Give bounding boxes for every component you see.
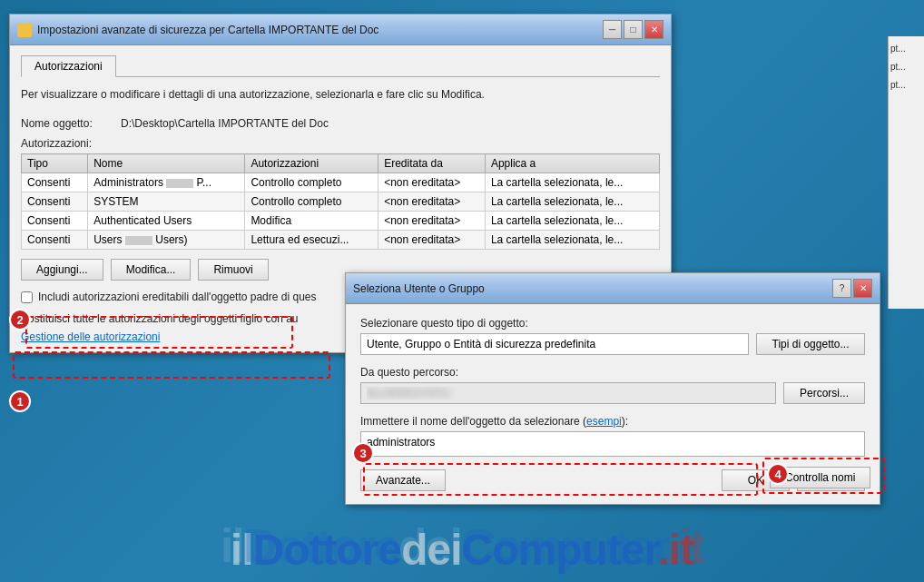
cell-ereditata: <non ereditata> — [378, 192, 486, 212]
badge-4: 4 — [767, 463, 789, 485]
path-input[interactable] — [360, 382, 776, 404]
esempi-link[interactable]: esempi — [586, 415, 622, 428]
cell-applica: La cartella selezionata, le... — [485, 173, 659, 192]
cell-applica: La cartella selezionata, le... — [485, 231, 659, 250]
description-text: Per visualizzare o modificare i dettagli… — [21, 86, 660, 103]
badge-3: 3 — [352, 442, 374, 464]
cell-ereditata: <non ereditata> — [378, 173, 486, 192]
tipi-button[interactable]: Tipi di oggetto... — [756, 333, 865, 355]
permissions-table: Tipo Nome Autorizzazioni Ereditata da Ap… — [21, 153, 660, 250]
cell-nome: Administrators P... — [88, 173, 245, 192]
select-dialog-titlebar: Seleziona Utente o Gruppo ? ✕ — [346, 273, 880, 304]
minimize-button[interactable]: ─ — [603, 20, 622, 39]
object-name-row: Nome oggetto: D:\Desktop\Cartella IMPORT… — [21, 117, 660, 130]
cell-applica: La cartella selezionata, le... — [485, 192, 659, 212]
cell-nome: SYSTEM — [88, 192, 245, 212]
percorsi-button[interactable]: Percorsi... — [783, 382, 865, 404]
avanzate-button[interactable]: Avanzate... — [360, 469, 446, 491]
section2-row: Percorsi... — [360, 382, 865, 404]
table-row[interactable]: Consenti SYSTEM Controllo completo <non … — [22, 192, 660, 212]
badge-1: 1 — [9, 390, 31, 412]
col-ereditata: Ereditata da — [378, 154, 486, 173]
maximize-button[interactable]: □ — [624, 20, 643, 39]
cell-applica: La cartella selezionata, le... — [485, 212, 659, 231]
aggiungi-button[interactable]: Aggiungi... — [21, 259, 103, 281]
section3-label: Immettere il nome dell'oggetto da selezi… — [360, 415, 865, 428]
permissions-label: Autorizzazioni: — [21, 137, 660, 150]
cell-nome: Authenticated Users — [88, 212, 245, 231]
cell-nome: Users Users) — [88, 231, 245, 250]
name-input-area — [360, 431, 865, 457]
inherit-checkbox-label: Includi autorizzazioni ereditabili dall'… — [38, 290, 317, 305]
object-label: Nome oggetto: — [21, 117, 121, 130]
table-row[interactable]: Consenti Administrators P... Controllo c… — [22, 173, 660, 192]
manage-auth-link[interactable]: Gestione delle autorizzazioni — [21, 330, 160, 343]
badge-2: 2 — [9, 309, 31, 330]
close-button[interactable]: ✕ — [644, 20, 664, 39]
inherit-checkbox[interactable] — [21, 291, 33, 303]
modifica-button[interactable]: Modifica... — [111, 259, 192, 281]
section2-label: Da questo percorso: — [360, 366, 865, 379]
select-titlebar-controls: ? ✕ — [832, 279, 872, 298]
folder-icon — [17, 23, 32, 37]
cell-tipo: Consenti — [22, 192, 88, 212]
table-row[interactable]: Consenti Authenticated Users Modifica <n… — [22, 212, 660, 231]
cell-auth: Controllo completo — [245, 192, 378, 212]
tab-autorizzazioni[interactable]: Autorizzazioni — [21, 55, 116, 77]
cell-ereditata: <non ereditata> — [378, 212, 486, 231]
section1-row: Tipi di oggetto... — [360, 333, 865, 355]
object-value: D:\Desktop\Cartella IMPORTANTE del Doc — [121, 117, 329, 130]
cell-auth: Modifica — [245, 212, 378, 231]
col-nome: Nome — [88, 154, 245, 173]
cell-tipo: Consenti — [22, 231, 88, 250]
col-autorizzazioni: Autorizzazioni — [245, 154, 378, 173]
cell-ereditata: <non ereditata> — [378, 231, 486, 250]
col-applica: Applica a — [485, 154, 659, 173]
cell-tipo: Consenti — [22, 173, 88, 192]
object-type-input[interactable] — [360, 333, 749, 355]
name-input[interactable] — [367, 436, 859, 449]
main-dialog-titlebar: Impostazioni avanzate di sicurezza per C… — [10, 15, 671, 45]
cell-auth: Controllo completo — [245, 173, 378, 192]
cell-auth: Lettura ed esecuzi... — [245, 231, 378, 250]
rimuovi-button[interactable]: Rimuovi — [198, 259, 268, 281]
section1-label: Selezionare questo tipo di oggetto: — [360, 317, 865, 330]
cell-tipo: Consenti — [22, 212, 88, 231]
titlebar-controls: ─ □ ✕ — [603, 20, 664, 39]
tab-bar: Autorizzazioni — [21, 54, 660, 77]
select-close-button[interactable]: ✕ — [853, 279, 872, 298]
col-tipo: Tipo — [22, 154, 88, 173]
select-dialog-title: Seleziona Utente o Gruppo — [353, 282, 485, 295]
main-dialog-title: Impostazioni avanzate di sicurezza per C… — [17, 23, 378, 37]
select-help-button[interactable]: ? — [832, 279, 851, 298]
table-row[interactable]: Consenti Users Users) Lettura ed esecuzi… — [22, 231, 660, 250]
